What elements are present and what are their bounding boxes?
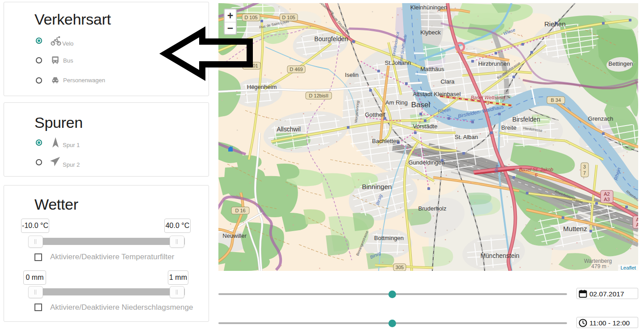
svg-text:Klybeck: Klybeck (420, 29, 441, 36)
svg-text:Gundeldingen: Gundeldingen (409, 159, 445, 166)
svg-text:Binningen: Binningen (362, 183, 392, 190)
svg-text:Iselin: Iselin (345, 72, 358, 78)
svg-text:Muttenz: Muttenz (563, 225, 587, 232)
svg-text:Grenzach: Grenzach (588, 115, 613, 122)
svg-text:D 105: D 105 (244, 15, 257, 20)
svg-text:Allschwil: Allschwil (277, 126, 301, 133)
svg-text:D 16: D 16 (235, 208, 245, 213)
svg-text:Birsfelden: Birsfelden (512, 116, 540, 123)
svg-text:A2: A2 (636, 217, 638, 222)
svg-text:Am Ring: Am Ring (385, 99, 408, 106)
svg-text:Basel: Basel (411, 101, 431, 109)
svg-text:Bachletten: Bachletten (372, 138, 399, 144)
svg-text:305: 305 (396, 265, 404, 270)
svg-text:A3: A3 (636, 222, 638, 228)
svg-text:Bruderholz: Bruderholz (418, 205, 447, 212)
svg-text:Vorstädte: Vorstädte (413, 123, 438, 130)
svg-text:Münchenstein: Münchenstein (480, 252, 519, 259)
svg-text:Riehen: Riehen (544, 20, 566, 28)
svg-text:St. Alban: St. Alban (455, 134, 478, 140)
svg-text:3: 3 (583, 164, 586, 169)
svg-text:Basel St. Jakob: Basel St. Jakob (519, 167, 553, 172)
svg-text:Hirzbrunnen: Hirzbrunnen (478, 60, 510, 67)
svg-text:3: 3 (486, 100, 490, 105)
svg-text:Altstadt Kleinbasel: Altstadt Kleinbasel (413, 91, 461, 97)
svg-text:Basel Wettstein: Basel Wettstein (471, 95, 505, 100)
svg-text:Neuwiller: Neuwiller (222, 232, 247, 239)
svg-text:Clara: Clara (440, 78, 455, 85)
svg-text:D 469: D 469 (290, 67, 303, 72)
svg-text:Kleinhüningen: Kleinhüningen (410, 4, 447, 11)
svg-text:6: 6 (535, 172, 538, 177)
svg-text:479 m: 479 m (591, 263, 606, 270)
svg-text:Bettingen: Bettingen (609, 60, 633, 67)
svg-text:Gotthelf: Gotthelf (365, 111, 385, 118)
svg-text:7: 7 (583, 170, 586, 176)
svg-text:Bourgfelden: Bourgfelden (314, 35, 348, 42)
svg-text:Matthäus: Matthäus (420, 66, 444, 72)
svg-text:Bottmingen: Bottmingen (374, 235, 404, 241)
svg-text:Breite: Breite (501, 124, 516, 131)
svg-text:Hégenheim: Hégenheim (247, 84, 277, 90)
svg-text:A2: A2 (604, 191, 610, 197)
svg-text:A3: A3 (604, 197, 610, 202)
svg-text:B 34: B 34 (551, 97, 561, 103)
svg-text:D 105: D 105 (282, 15, 295, 20)
svg-text:D 201: D 201 (245, 63, 258, 68)
svg-text:D 12bisII: D 12bisII (309, 93, 328, 98)
